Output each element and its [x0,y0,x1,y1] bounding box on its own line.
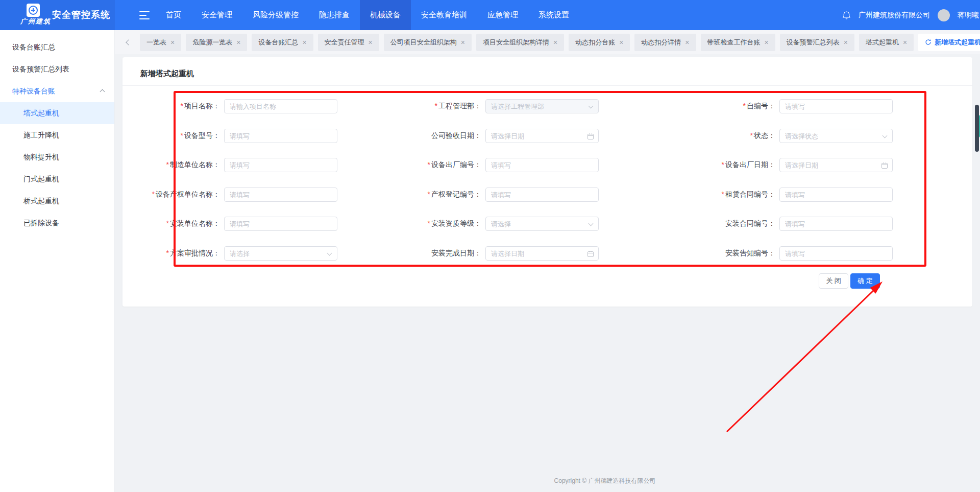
install-complete-date-datepicker[interactable] [485,246,599,261]
nav-item-hazard-inspection[interactable]: 隐患排查 [309,0,360,30]
tab-tower-crane[interactable]: 塔式起重机× [859,34,914,51]
tab-dynamic-deduction-detail[interactable]: 动态扣分详情× [634,34,696,51]
tab-close-icon[interactable]: × [765,39,769,46]
factory-number-input-field[interactable] [486,158,598,172]
install-contract-number-input[interactable] [779,217,893,231]
device-model-input-field[interactable] [225,129,337,143]
install-qualification-level-input-field[interactable] [486,217,598,230]
install-qualification-level-select[interactable] [485,217,599,231]
nav-item-safety-mgmt[interactable]: 安全管理 [191,0,242,30]
company-acceptance-date-datepicker[interactable] [485,129,599,143]
device-model-input[interactable] [224,129,337,143]
manufacturer-name-input-field[interactable] [225,158,337,172]
tab-close-icon[interactable]: × [903,39,907,46]
tab-label: 公司项目安全组织架构 [390,38,457,47]
factory-date-datepicker[interactable] [779,158,893,172]
sidebar-item-bridge-crane[interactable]: 桥式起重机 [0,190,114,212]
status-input-field[interactable] [780,129,892,143]
refresh-icon[interactable] [925,39,932,45]
tab-label: 设备预警汇总列表 [787,38,840,47]
company-acceptance-date-input-field[interactable] [486,129,598,143]
plan-approval-status-select[interactable] [224,246,337,261]
factory-date-input-field[interactable] [780,158,892,172]
tab-close-icon[interactable]: × [461,39,465,46]
factory-number-input[interactable] [485,158,599,172]
tab-shift-inspection-ledger[interactable]: 带班检查工作台账× [701,34,775,51]
close-button[interactable]: 关 闭 [819,273,848,289]
sidebar-item-material-hoist[interactable]: 物料提升机 [0,146,114,168]
owner-unit-name-input[interactable] [224,188,337,202]
sidebar-item-label: 物料提升机 [23,153,59,162]
required-asterisk: * [722,190,724,198]
divider [122,85,972,86]
tab-overview-table[interactable]: 一览表× [140,34,181,51]
tab-device-warning-list[interactable]: 设备预警汇总列表× [780,34,854,51]
install-complete-date-input-field[interactable] [486,247,598,260]
ownership-reg-number-input-field[interactable] [486,188,598,201]
sidebar-item-device-ledger-summary[interactable]: 设备台账汇总 [0,36,114,58]
tab-label: 动态扣分台账 [575,38,615,47]
tab-device-ledger-summary[interactable]: 设备台账汇总× [252,34,313,51]
self-number-input[interactable] [779,99,893,113]
field-label: *设备出厂编号： [396,160,485,170]
installer-name-input-field[interactable] [225,217,337,230]
sidebar-item-removed-devices[interactable]: 已拆除设备 [0,212,114,234]
project-name-input[interactable] [224,99,337,113]
tab-hazard-source-list[interactable]: 危险源一览表× [186,34,247,51]
install-contract-number-input-field[interactable] [780,217,892,230]
lease-contract-number-input[interactable] [779,188,893,202]
tab-label: 新增塔式起重机 [935,38,980,47]
field-label: 安装合同编号： [690,219,779,228]
sidebar-item-device-warning-list[interactable]: 设备预警汇总列表 [0,58,114,80]
tab-close-icon[interactable]: × [553,39,557,46]
form-field-ownership-reg-number: *产权登记编号： [396,188,599,202]
plan-approval-status-input-field[interactable] [225,247,337,260]
field-label: 安装完成日期： [396,249,485,258]
sidebar-item-tower-crane[interactable]: 塔式起重机 [0,102,114,124]
username[interactable]: 蒋明曦 [958,11,979,20]
nav-item-safety-training[interactable]: 安全教育培训 [411,0,477,30]
install-notice-number-input[interactable] [779,246,893,261]
tab-add-tower-crane[interactable]: 新增塔式起重机× [918,34,980,51]
sidebar-item-special-device-ledger[interactable]: 特种设备台账 [0,80,114,102]
tab-dynamic-deduction-ledger[interactable]: 动态扣分台账× [569,34,630,51]
status-select[interactable] [779,129,893,143]
tab-close-icon[interactable]: × [619,39,623,46]
bell-icon[interactable] [842,11,851,20]
form-field-owner-unit-name: *设备产权单位名称： [135,188,337,202]
tab-close-icon[interactable]: × [685,39,689,46]
scrollbar-thumb[interactable] [975,105,979,152]
tab-close-icon[interactable]: × [369,39,373,46]
engineering-dept-input-field[interactable] [486,100,598,113]
tab-close-icon[interactable]: × [236,39,240,46]
tab-close-icon[interactable]: × [302,39,306,46]
tab-close-icon[interactable]: × [844,39,848,46]
tab-scroll-left-icon[interactable] [122,34,135,51]
nav-item-system-settings[interactable]: 系统设置 [528,0,579,30]
tab-label: 塔式起重机 [866,38,899,47]
sidebar-item-label: 桥式起重机 [23,197,59,206]
sidebar-item-gantry-crane[interactable]: 门式起重机 [0,168,114,190]
nav-item-machinery[interactable]: 机械设备 [360,0,411,30]
tab-close-icon[interactable]: × [170,39,175,46]
engineering-dept-select[interactable] [485,99,599,113]
installer-name-input[interactable] [224,217,337,231]
collapse-menu-icon[interactable] [139,11,150,19]
nav-item-emergency-mgmt[interactable]: 应急管理 [477,0,528,30]
self-number-input-field[interactable] [780,100,892,113]
confirm-button[interactable]: 确 定 [850,273,880,289]
tab-project-safety-org-detail[interactable]: 项目安全组织架构详情× [476,34,564,51]
tab-safety-responsibility[interactable]: 安全责任管理× [318,34,379,51]
nav-item-risk-grading[interactable]: 风险分级管控 [242,0,309,30]
sidebar-item-construction-hoist[interactable]: 施工升降机 [0,124,114,146]
avatar[interactable] [938,9,950,21]
owner-unit-name-input-field[interactable] [225,188,337,201]
nav-item-home[interactable]: 首页 [156,0,191,30]
tab-company-safety-org[interactable]: 公司项目安全组织架构× [384,34,472,51]
project-name-input-field[interactable] [225,100,337,113]
manufacturer-name-input[interactable] [224,158,337,172]
install-notice-number-input-field[interactable] [780,247,892,260]
field-label: *安装单位名称： [135,219,224,228]
lease-contract-number-input-field[interactable] [780,188,892,201]
ownership-reg-number-input[interactable] [485,188,599,202]
